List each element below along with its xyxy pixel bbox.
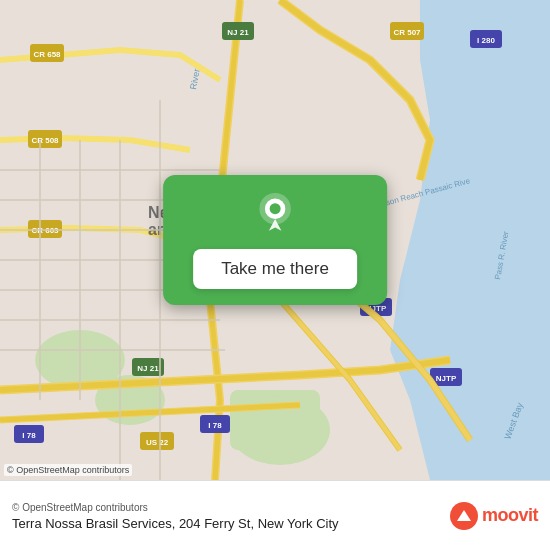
- svg-text:US 22: US 22: [146, 438, 169, 447]
- map-container: NJ 21 NJ 21 NJ 21 CR 658 CR 507 I 280 CR…: [0, 0, 550, 480]
- svg-text:CR 507: CR 507: [393, 28, 421, 37]
- info-left: © OpenStreetMap contributors Terra Nossa…: [12, 501, 450, 531]
- green-card: Take me there: [163, 175, 387, 305]
- svg-text:CR 658: CR 658: [33, 50, 61, 59]
- svg-text:NJTP: NJTP: [436, 374, 457, 383]
- cta-overlay: Take me there: [163, 175, 387, 305]
- svg-text:NJ 21: NJ 21: [137, 364, 159, 373]
- svg-text:I 78: I 78: [22, 431, 36, 440]
- address-block: © OpenStreetMap contributors Terra Nossa…: [12, 501, 339, 531]
- copyright-text: © OpenStreetMap contributors: [12, 501, 339, 514]
- moovit-logo: moovit: [450, 502, 538, 530]
- take-me-there-button[interactable]: Take me there: [193, 249, 357, 289]
- svg-text:I 78: I 78: [208, 421, 222, 430]
- svg-marker-54: [457, 510, 471, 521]
- moovit-icon: [450, 502, 478, 530]
- svg-text:NJ 21: NJ 21: [227, 28, 249, 37]
- location-pin-icon: [253, 193, 297, 237]
- svg-point-53: [269, 203, 280, 214]
- svg-text:CR 508: CR 508: [31, 136, 59, 145]
- info-bar: © OpenStreetMap contributors Terra Nossa…: [0, 480, 550, 550]
- moovit-text: moovit: [482, 505, 538, 526]
- svg-text:I 280: I 280: [477, 36, 495, 45]
- moovit-logo-icon: [455, 507, 473, 525]
- osm-attribution: © OpenStreetMap contributors: [4, 464, 132, 476]
- address-text: Terra Nossa Brasil Services, 204 Ferry S…: [12, 516, 339, 531]
